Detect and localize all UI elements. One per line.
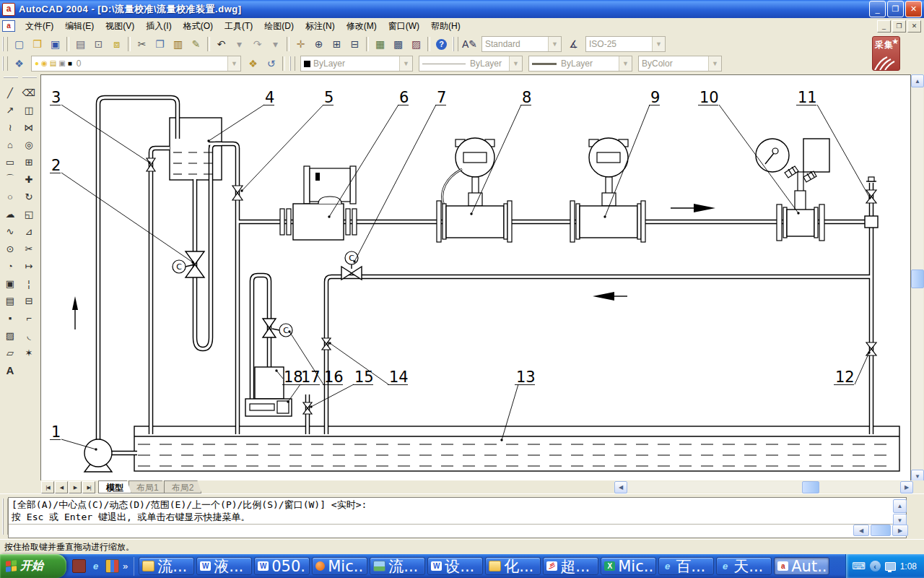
break-button[interactable]: ⊟	[20, 292, 38, 309]
start-button[interactable]: 开始	[0, 554, 66, 578]
redo-button[interactable]: ↷	[248, 35, 266, 53]
toolbar-grip[interactable]	[2, 56, 8, 71]
network-monitor-icon[interactable]	[885, 562, 896, 571]
mdi-close-button[interactable]: ✕	[907, 20, 921, 33]
redo-drop-button[interactable]: ▾	[266, 35, 284, 53]
pan-realtime-button[interactable]: ✛	[292, 35, 310, 53]
taskbar-task-[interactable]: e百...	[658, 557, 714, 575]
plotstyle-combo[interactable]: ByColor ▼	[638, 56, 722, 72]
image-button[interactable]: ▱	[1, 344, 19, 361]
layer-combo[interactable]: ●◉▤▣■ 0 ▼	[31, 56, 241, 72]
line-button[interactable]: ╱	[1, 84, 19, 101]
next-tab-icon[interactable]: ▶	[69, 481, 82, 493]
explode-button[interactable]: ✶	[20, 344, 38, 361]
chevron-down-icon[interactable]: ▼	[619, 56, 632, 71]
linetype-combo[interactable]: ByLayer ▼	[419, 56, 523, 72]
quicklaunch-media-icon[interactable]	[105, 559, 119, 573]
hscroll-thumb[interactable]	[802, 481, 819, 493]
taskbar-task-[interactable]: e天...	[716, 557, 772, 575]
chamfer-button[interactable]: ⌐	[20, 309, 38, 327]
tool-palettes-button[interactable]: ▨	[407, 35, 425, 53]
open-file-button[interactable]: ❒	[28, 35, 46, 53]
move-button[interactable]: ✚	[20, 171, 38, 188]
menu-v[interactable]: 视图(V)	[100, 18, 140, 35]
spline-button[interactable]: ∿	[1, 223, 19, 240]
paste-button[interactable]: ▥	[169, 35, 187, 53]
copy-clip-button[interactable]: ❐	[151, 35, 169, 53]
menu-m[interactable]: 修改(M)	[341, 18, 383, 35]
revision-cloud-button[interactable]: ☁	[1, 205, 19, 223]
quicklaunch-ie-icon[interactable]: e	[90, 560, 102, 572]
copy-object-button[interactable]: ◫	[20, 101, 38, 118]
point-button[interactable]: ▪	[1, 309, 19, 327]
mirror-button[interactable]: ⋈	[20, 118, 38, 136]
dim-style-icon[interactable]: ∡	[565, 35, 583, 53]
chevron-down-icon[interactable]: ▼	[509, 56, 522, 71]
drawing-doc-icon[interactable]: a	[2, 20, 15, 32]
command-grip[interactable]	[2, 499, 8, 535]
arc-button[interactable]: ⌒	[1, 171, 19, 188]
menu-f[interactable]: 文件(F)	[19, 18, 59, 35]
tray-collapse-icon[interactable]: ‹	[870, 561, 881, 571]
text-style-icon[interactable]: A✎	[461, 35, 479, 53]
dim-style-combo[interactable]: ISO-25 ▼	[585, 36, 666, 52]
toolbar-grip[interactable]	[4, 77, 18, 82]
first-tab-icon[interactable]: |◀	[41, 481, 54, 493]
circle-button[interactable]: ○	[1, 188, 19, 205]
scroll-left-icon[interactable]: ◀	[614, 481, 627, 493]
tab-model[interactable]: 模型	[98, 480, 131, 493]
taskbar-task-[interactable]: 化...	[485, 557, 541, 575]
keyboard-icon[interactable]: ⌨	[852, 561, 866, 571]
array-button[interactable]: ⊞	[20, 153, 38, 171]
cmd-scroll-up-icon[interactable]: ▲	[893, 499, 907, 513]
menu-t[interactable]: 工具(T)	[219, 18, 258, 35]
restore-button[interactable]: ❐	[887, 1, 904, 17]
properties-palette-button[interactable]: ▦	[371, 35, 389, 53]
command-history[interactable]: [全部(A)/中心点(C)/动态(D)/范围(E)/上一个(P)/比例(S)/窗…	[9, 498, 906, 525]
menu-i[interactable]: 插入(I)	[140, 18, 177, 35]
cmd-scroll-right-icon[interactable]: ▶	[892, 525, 908, 536]
print-button[interactable]: ▤	[71, 35, 90, 53]
taskbar-task-050[interactable]: W050...	[254, 557, 310, 575]
close-button[interactable]: ✕	[905, 1, 922, 17]
ellipse-button[interactable]: ⊙	[1, 240, 19, 257]
menu-d[interactable]: 绘图(D)	[258, 18, 300, 35]
help-button[interactable]: ?	[432, 35, 450, 53]
color-combo[interactable]: ByLayer ▼	[300, 56, 413, 72]
tab-layout2[interactable]: 布局2	[164, 480, 202, 493]
mdi-restore-button[interactable]: ❐	[892, 20, 906, 33]
break-at-point-button[interactable]: ¦	[20, 275, 38, 292]
fillet-button[interactable]: ◟	[20, 327, 38, 344]
zoom-window-button[interactable]: ⊞	[328, 35, 346, 53]
stretch-button[interactable]: ⊿	[20, 223, 38, 240]
quicklaunch-app-icon[interactable]	[72, 559, 86, 573]
layer-previous-icon[interactable]: ↺	[262, 55, 280, 72]
taskbar-task-[interactable]: 彡超...	[543, 557, 598, 575]
tab-layout1[interactable]: 布局1	[128, 480, 167, 493]
make-block-button[interactable]: ▤	[1, 292, 19, 309]
extend-button[interactable]: ↦	[20, 257, 38, 275]
menu-o[interactable]: 格式(O)	[178, 18, 219, 35]
scroll-right-icon[interactable]: ▶	[900, 481, 913, 493]
chevron-down-icon[interactable]: ▼	[399, 56, 412, 71]
chevron-down-icon[interactable]: ▼	[548, 37, 561, 51]
rotate-button[interactable]: ↻	[20, 188, 38, 205]
new-file-button[interactable]: ▢	[10, 35, 28, 53]
designcenter-button[interactable]: ▩	[389, 35, 407, 53]
undo-drop-button[interactable]: ▾	[230, 35, 248, 53]
cmd-scroll-left-icon[interactable]: ◀	[853, 525, 869, 536]
menu-h[interactable]: 帮助(H)	[425, 18, 466, 35]
taskbar-task-aut[interactable]: aAut...	[774, 557, 829, 575]
taskbar-task-[interactable]: W设...	[427, 557, 483, 575]
save-button[interactable]: ▣	[46, 35, 64, 53]
ellipse-arc-button[interactable]: ◔	[1, 257, 19, 275]
minimize-button[interactable]: _	[869, 1, 886, 17]
chevron-down-icon[interactable]: ▼	[652, 37, 665, 51]
taskbar-task-[interactable]: 流...	[370, 557, 425, 575]
command-input[interactable]	[9, 525, 906, 538]
vscroll-thumb[interactable]	[911, 269, 924, 288]
toolbar-grip[interactable]	[22, 77, 37, 82]
menu-e[interactable]: 编辑(E)	[59, 18, 100, 35]
polygon-button[interactable]: ⌂	[1, 136, 19, 153]
taskbar-task-mic[interactable]: XMic...	[601, 557, 656, 575]
